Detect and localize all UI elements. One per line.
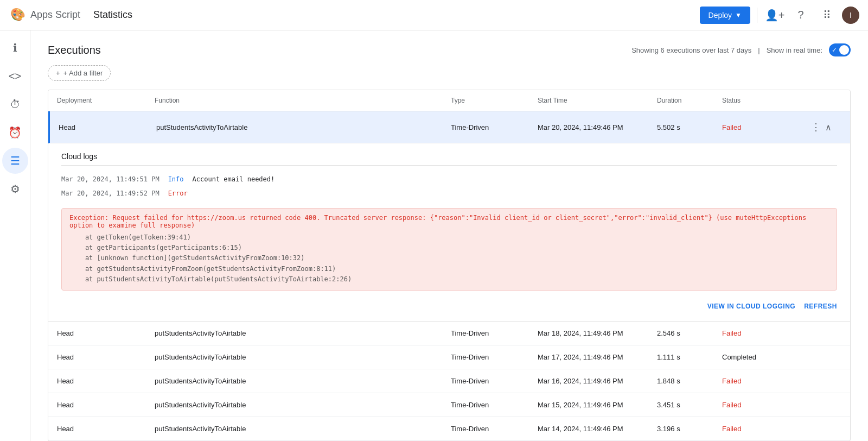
cell-function: putStudentsActivityToAirtable xyxy=(156,123,451,131)
col-function: Function xyxy=(155,97,451,104)
cell-duration: 3.451 s xyxy=(657,401,722,409)
cell-duration: 2.546 s xyxy=(657,329,722,337)
deploy-button[interactable]: Deploy ▼ xyxy=(700,7,750,24)
cell-status: Failed xyxy=(722,401,809,409)
col-deployment: Deployment xyxy=(57,97,155,104)
cell-start-time: Mar 20, 2024, 11:49:46 PM xyxy=(538,123,657,131)
cell-start-time: Mar 14, 2024, 11:49:46 PM xyxy=(538,425,657,433)
cell-status: Failed xyxy=(722,425,809,433)
meta-divider: | xyxy=(758,46,760,54)
table-row[interactable]: Head putStudentsActivityToAirtable Time-… xyxy=(48,345,850,369)
cell-start-time: Mar 16, 2024, 11:49:46 PM xyxy=(538,377,657,385)
cell-type: Time-Driven xyxy=(451,425,538,433)
cell-function: putStudentsActivityToAirtable xyxy=(155,425,451,433)
gear-icon: ⚙ xyxy=(10,182,20,196)
deploy-chevron-icon: ▼ xyxy=(735,11,742,19)
cell-start-time: Mar 18, 2024, 11:49:46 PM xyxy=(538,329,657,337)
triggers-icon: ⏱ xyxy=(10,98,21,111)
row-collapse-button[interactable]: ∧ xyxy=(825,122,832,133)
log-timestamp: Mar 20, 2024, 11:49:51 PM xyxy=(61,175,159,183)
cell-function: putStudentsActivityToAirtable xyxy=(155,377,451,385)
add-collaborator-button[interactable]: 👤+ xyxy=(764,4,786,26)
cell-type: Time-Driven xyxy=(451,329,538,337)
executions-header: Executions Showing 6 executions over las… xyxy=(48,43,851,56)
col-status: Status xyxy=(722,97,809,104)
app-logo: 🎨 Apps Script xyxy=(9,7,93,24)
sidebar-item-editor[interactable]: <> xyxy=(2,63,28,89)
help-button[interactable]: ? xyxy=(790,4,812,26)
filter-bar: + + Add a filter xyxy=(48,65,851,81)
col-actions xyxy=(809,97,841,104)
sidebar-item-triggers[interactable]: ⏱ xyxy=(2,91,28,117)
table-header: Deployment Function Type Start Time Dura… xyxy=(48,90,850,111)
error-stack-trace: at getToken(getToken:39:41) at getPartic… xyxy=(69,232,829,285)
log-level-info: Info xyxy=(168,175,184,183)
toggle-knob xyxy=(839,45,849,55)
cell-type: Time-Driven xyxy=(451,377,538,385)
check-icon: ✓ xyxy=(832,46,837,54)
view-cloud-logging-button[interactable]: VIEW IN CLOUD LOGGING xyxy=(707,303,796,310)
cell-start-time: Mar 17, 2024, 11:49:46 PM xyxy=(538,353,657,361)
cell-status: Completed xyxy=(722,353,809,361)
realtime-toggle[interactable]: ✓ xyxy=(829,43,851,56)
table-row[interactable]: Head putStudentsActivityToAirtable Time-… xyxy=(48,369,850,393)
add-filter-button[interactable]: + + Add a filter xyxy=(48,65,111,81)
code-icon: <> xyxy=(9,70,21,83)
executions-table: Deployment Function Type Start Time Dura… xyxy=(48,90,851,441)
cell-deployment: Head xyxy=(59,123,156,131)
avatar[interactable]: I xyxy=(842,7,859,24)
cell-function: putStudentsActivityToAirtable xyxy=(155,353,451,361)
info-icon: ℹ xyxy=(13,41,17,54)
sidebar-item-clock[interactable]: ⏰ xyxy=(2,119,28,146)
plus-icon: + xyxy=(56,69,60,77)
help-icon: ? xyxy=(797,9,803,21)
sidebar: ℹ <> ⏱ ⏰ ☰ ⚙ xyxy=(0,30,30,441)
realtime-label: Show in real time: xyxy=(767,46,822,54)
cell-type: Time-Driven xyxy=(451,353,538,361)
executions-count-text: Showing 6 executions over last 7 days xyxy=(631,46,751,54)
sidebar-item-settings[interactable]: ⚙ xyxy=(2,176,28,202)
log-message: Account email needed! xyxy=(193,175,275,183)
row-more-button[interactable]: ⋮ xyxy=(809,119,823,135)
top-navigation: 🎨 Apps Script Statistics Deploy ▼ 👤+ ? ⠿… xyxy=(0,0,868,30)
topnav-actions: Deploy ▼ 👤+ ? ⠿ I xyxy=(700,4,859,26)
cell-deployment: Head xyxy=(57,401,155,409)
executions-meta: Showing 6 executions over last 7 days | … xyxy=(631,43,851,56)
cell-type: Time-Driven xyxy=(451,123,538,131)
page-title: Statistics xyxy=(93,9,132,21)
cell-status: Failed xyxy=(722,329,809,337)
panel-actions: VIEW IN CLOUD LOGGING REFRESH xyxy=(61,296,837,317)
sidebar-item-executions[interactable]: ☰ xyxy=(2,148,28,174)
table-row[interactable]: Head putStudentsActivityToAirtable Time-… xyxy=(48,111,850,143)
app-name: Apps Script xyxy=(30,9,80,21)
google-logo-icon: 🎨 xyxy=(9,7,26,24)
table-row[interactable]: Head putStudentsActivityToAirtable Time-… xyxy=(48,417,850,441)
table-row[interactable]: Head putStudentsActivityToAirtable Time-… xyxy=(48,322,850,345)
cell-deployment: Head xyxy=(57,425,155,433)
cell-status: Failed xyxy=(722,377,809,385)
expanded-execution-panel: Cloud logs Mar 20, 2024, 11:49:51 PM Inf… xyxy=(48,143,850,322)
refresh-button[interactable]: REFRESH xyxy=(804,303,837,310)
cell-type: Time-Driven xyxy=(451,401,538,409)
cell-function: putStudentsActivityToAirtable xyxy=(155,329,451,337)
cell-duration: 3.196 s xyxy=(657,425,722,433)
log-entry-error: Mar 20, 2024, 11:49:52 PM Error Exceptio… xyxy=(61,186,837,296)
apps-button[interactable]: ⠿ xyxy=(816,4,838,26)
sidebar-item-info[interactable]: ℹ xyxy=(2,35,28,61)
list-icon: ☰ xyxy=(10,154,20,167)
table-row[interactable]: Head putStudentsActivityToAirtable Time-… xyxy=(48,393,850,417)
cell-deployment: Head xyxy=(57,377,155,385)
nav-divider xyxy=(757,8,757,23)
col-duration: Duration xyxy=(657,97,722,104)
cell-duration: 5.502 s xyxy=(657,123,722,131)
log-timestamp-error: Mar 20, 2024, 11:49:52 PM xyxy=(61,190,159,197)
cell-duration: 1.111 s xyxy=(657,353,722,361)
grid-icon: ⠿ xyxy=(823,9,831,22)
cell-status: Failed xyxy=(722,123,809,131)
col-type: Type xyxy=(451,97,538,104)
person-add-icon: 👤+ xyxy=(765,9,785,22)
error-message: Exception: Request failed for https://zo… xyxy=(69,214,806,229)
clock-icon: ⏰ xyxy=(8,126,22,139)
cell-duration: 1.848 s xyxy=(657,377,722,385)
cell-deployment: Head xyxy=(57,329,155,337)
